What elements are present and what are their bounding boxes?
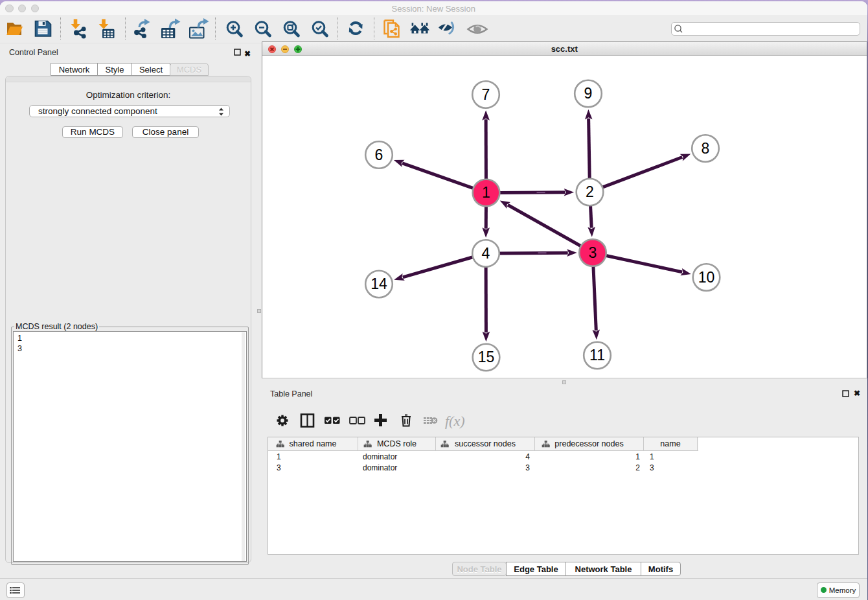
svg-text:6: 6 [375, 146, 383, 163]
svg-text:15: 15 [478, 349, 495, 365]
svg-text:2: 2 [586, 183, 594, 200]
svg-text:1: 1 [482, 184, 490, 201]
svg-text:9: 9 [584, 85, 593, 102]
svg-text:14: 14 [371, 275, 387, 292]
svg-text:11: 11 [589, 347, 605, 363]
svg-text:10: 10 [698, 269, 715, 286]
svg-text:8: 8 [702, 140, 710, 157]
svg-text:7: 7 [482, 86, 490, 103]
svg-text:4: 4 [482, 245, 490, 262]
svg-text:3: 3 [589, 244, 597, 261]
